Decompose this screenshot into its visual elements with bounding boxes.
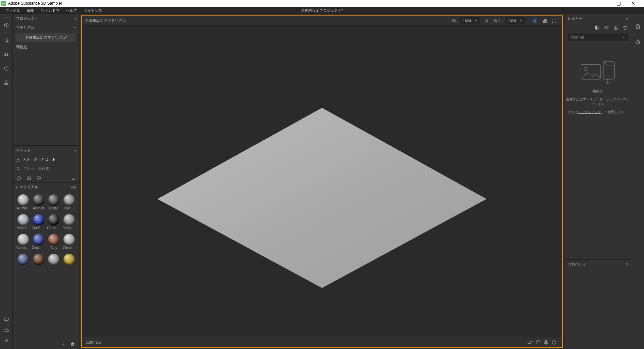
- material-sphere-icon: [63, 234, 75, 245]
- asset-label: Carbon ...: [47, 226, 60, 230]
- lock-icon[interactable]: [485, 19, 489, 23]
- svg-line-12: [19, 169, 20, 170]
- blend-mode-value: Normal: [571, 35, 584, 40]
- menu-license[interactable]: ライセンス: [80, 7, 106, 14]
- material-section-header[interactable]: マテリアル +: [13, 23, 79, 32]
- filter-environment-icon[interactable]: [36, 176, 42, 181]
- material-section-label: マテリアル: [16, 25, 35, 30]
- menu-window[interactable]: ウィンドウ: [38, 7, 63, 14]
- material-sphere-icon: [33, 194, 44, 206]
- cloud-icon[interactable]: [2, 326, 11, 335]
- assets-search-input[interactable]: [23, 165, 76, 172]
- perspective-icon[interactable]: [2, 50, 11, 59]
- view-2d-button[interactable]: [540, 17, 549, 25]
- asset-label: Basalt: [49, 206, 58, 210]
- viewport-tab-title: 名称未設定のマテリアル: [85, 18, 126, 23]
- asset-item[interactable]: Alumin...: [16, 194, 30, 210]
- asset-trash-icon[interactable]: 🗑: [70, 341, 75, 347]
- material-sphere-icon: [48, 234, 59, 245]
- svg-rect-7: [4, 84, 8, 84]
- env-section-header[interactable]: 環境光 +: [13, 42, 79, 52]
- filter-image-icon[interactable]: [26, 176, 32, 181]
- assets-back-button[interactable]: ← スターターアセット: [13, 155, 79, 164]
- camera-icon[interactable]: [526, 338, 534, 346]
- right-rail: [631, 14, 644, 349]
- asset-item[interactable]: Base M...: [62, 194, 76, 210]
- add-env-icon[interactable]: +: [73, 45, 76, 50]
- viewport-canvas[interactable]: [82, 26, 562, 337]
- close-button[interactable]: ✕: [626, 1, 641, 6]
- width-select[interactable]: 1024 ▾: [460, 17, 480, 24]
- polygon-icon[interactable]: [2, 64, 11, 73]
- asset-item[interactable]: Clean ...: [62, 234, 76, 250]
- material-sphere-icon: [63, 194, 75, 206]
- layers-panel-header: レイヤー ×: [565, 14, 631, 23]
- os-titlebar: Sa Adobe Substance 3D Sampler — ▢ ✕: [0, 0, 644, 7]
- menu-edit[interactable]: 編集: [23, 7, 38, 14]
- asset-label: Asphalt: [33, 206, 44, 210]
- blend-mode-select[interactable]: Normal ▾: [568, 34, 628, 41]
- assets-panel-close-icon[interactable]: ×: [74, 148, 77, 153]
- asset-item[interactable]: Car Paint: [32, 214, 46, 230]
- filter-list-icon[interactable]: [71, 176, 76, 181]
- asset-item[interactable]: Asphalt: [32, 194, 46, 210]
- layer-adjust-icon[interactable]: [594, 25, 599, 30]
- asset-add-icon[interactable]: ＋: [61, 341, 66, 347]
- timer-icon[interactable]: [550, 338, 558, 346]
- asset-filter-tabs: [13, 173, 79, 183]
- asset-item[interactable]: [32, 254, 46, 266]
- height-select[interactable]: 1024 ▾: [505, 17, 525, 24]
- maximize-button[interactable]: ▢: [611, 1, 626, 6]
- chevron-down-icon: ▾: [475, 19, 477, 22]
- svg-point-32: [605, 27, 607, 28]
- asset-group-header[interactable]: ▾ マテリアル (40): [13, 183, 79, 192]
- stamp-icon[interactable]: [2, 78, 11, 87]
- asset-item[interactable]: Braid F...: [16, 214, 30, 230]
- crop-icon[interactable]: [2, 36, 11, 45]
- asset-item[interactable]: Basalt: [47, 194, 61, 210]
- svg-rect-20: [486, 20, 488, 22]
- material-sphere-icon: [17, 254, 29, 265]
- layer-export-icon[interactable]: [613, 25, 618, 30]
- asset-item[interactable]: [62, 254, 76, 266]
- layer-trash-icon[interactable]: [622, 25, 628, 30]
- browse-link[interactable]: ここをクリック: [578, 110, 601, 114]
- layer-visibility-icon[interactable]: [603, 25, 609, 30]
- minimize-button[interactable]: —: [596, 1, 611, 6]
- svg-rect-8: [4, 318, 8, 320]
- fullscreen-button[interactable]: [549, 17, 559, 25]
- asset-label: Base M...: [62, 206, 76, 210]
- menu-help[interactable]: ヘルプ: [63, 7, 80, 14]
- layers-drop-zone[interactable]: 初めに 画像またはマテリアルをドラッグ＆ドロップします またはここをクリックして…: [565, 42, 631, 259]
- add-icon[interactable]: [2, 20, 11, 30]
- asset-item[interactable]: [16, 254, 30, 266]
- material-sphere-icon: [63, 254, 75, 265]
- asset-item[interactable]: Carbon ...: [47, 214, 61, 230]
- asset-item[interactable]: Cerami...: [32, 234, 46, 250]
- add-material-icon[interactable]: +: [73, 25, 76, 30]
- desktop-icon[interactable]: [2, 315, 11, 324]
- env-section-label: 環境光: [16, 45, 27, 50]
- asset-item[interactable]: Carpet ...: [62, 214, 76, 230]
- project-panel-close-icon[interactable]: ×: [74, 16, 77, 21]
- asset-item[interactable]: [47, 254, 61, 266]
- share-icon[interactable]: [633, 37, 642, 46]
- refresh-icon[interactable]: [534, 338, 542, 346]
- asset-item[interactable]: Clay: [47, 234, 61, 250]
- assets-panel-header: アセット ×: [13, 146, 79, 155]
- filter-material-icon[interactable]: [16, 176, 21, 181]
- material-item[interactable]: 名称未設定のマテリアル*: [16, 33, 76, 42]
- material-sphere-icon: [33, 214, 44, 226]
- view-3d-button[interactable]: [531, 17, 540, 25]
- asset-label: Clean ...: [63, 246, 75, 250]
- globe-icon[interactable]: [542, 338, 550, 346]
- layers-panel-close-icon[interactable]: ×: [626, 16, 628, 21]
- menu-file[interactable]: ファイル: [2, 7, 23, 14]
- export-icon[interactable]: [633, 22, 642, 31]
- assets-panel: アセット × ← スターターアセット ▾ マテリアル (40): [13, 146, 79, 349]
- sparkle-icon[interactable]: [2, 336, 11, 346]
- asset-label: Carpet ...: [62, 226, 76, 230]
- asset-item[interactable]: Carrara...: [16, 234, 30, 250]
- svg-marker-5: [4, 66, 8, 70]
- props-panel-close-icon[interactable]: ×: [626, 262, 628, 267]
